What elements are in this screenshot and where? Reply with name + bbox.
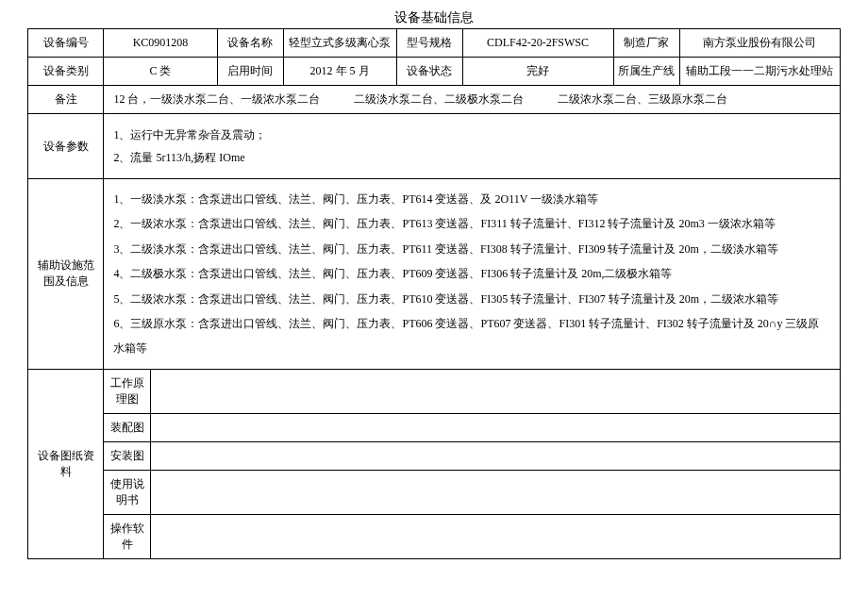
lbl-params: 设备参数 bbox=[28, 114, 104, 179]
drawing-blank-3 bbox=[151, 441, 840, 470]
val-cat: C 类 bbox=[104, 58, 217, 86]
lbl-remark: 备注 bbox=[28, 86, 104, 114]
val-date: 2012 年 5 月 bbox=[283, 58, 396, 86]
drawing-item-4: 使用说明书 bbox=[104, 470, 151, 514]
lbl-line: 所属生产线 bbox=[613, 58, 679, 86]
drawing-blank-1 bbox=[151, 369, 840, 413]
lbl-equip-no: 设备编号 bbox=[28, 29, 104, 58]
lbl-date: 启用时间 bbox=[217, 58, 283, 86]
val-equip-no: KC0901208 bbox=[104, 29, 217, 58]
drawing-blank-2 bbox=[151, 413, 840, 441]
param-1: 1、运行中无异常杂音及震动； bbox=[113, 124, 829, 146]
drawing-item-3: 安装图 bbox=[104, 441, 151, 470]
lbl-facilities: 辅助设施范围及信息 bbox=[28, 179, 104, 370]
facility-line-5: 5、二级浓水泵：含泵进出口管线、法兰、阀门、压力表、PT610 变送器、FI30… bbox=[113, 287, 829, 311]
val-remark: 12 台，一级淡水泵二台、一级浓水泵二台 二级淡水泵二台、二级极水泵二台 二级浓… bbox=[104, 86, 840, 114]
facility-line-1: 1、一级淡水泵：含泵进出口管线、法兰、阀门、压力表、PT614 变送器、及 2O… bbox=[113, 187, 829, 211]
lbl-equip-name: 设备名称 bbox=[217, 29, 283, 58]
lbl-mfr: 制造厂家 bbox=[613, 29, 679, 58]
facility-line-2: 2、一级浓水泵：含泵进出口管线、法兰、阀门、压力表、PT613 变送器、FI31… bbox=[113, 211, 829, 236]
val-line: 辅助工段一一二期污水处理站 bbox=[679, 58, 840, 86]
val-facilities: 1、一级淡水泵：含泵进出口管线、法兰、阀门、压力表、PT614 变送器、及 2O… bbox=[104, 179, 840, 370]
page-title: 设备基础信息 bbox=[9, 9, 859, 26]
facility-line-6: 6、三级原水泵：含泵进出口管线、法兰、阀门、压力表、PT606 变送器、PT60… bbox=[113, 311, 829, 361]
lbl-model: 型号规格 bbox=[396, 29, 462, 58]
val-params: 1、运行中无异常杂音及震动； 2、流量 5r113/h,扬程 IOme bbox=[104, 114, 840, 179]
param-2: 2、流量 5r113/h,扬程 IOme bbox=[113, 146, 829, 169]
drawing-item-2: 装配图 bbox=[104, 413, 151, 441]
val-status: 完好 bbox=[462, 58, 613, 86]
val-equip-name: 轻型立式多级离心泵 bbox=[283, 29, 396, 58]
drawing-item-1: 工作原理图 bbox=[104, 369, 151, 413]
val-model: CDLF42-20-2FSWSC bbox=[462, 29, 613, 58]
lbl-status: 设备状态 bbox=[396, 58, 462, 86]
val-mfr: 南方泵业股份有限公司 bbox=[679, 29, 840, 58]
info-table: 设备编号 KC0901208 设备名称 轻型立式多级离心泵 型号规格 CDLF4… bbox=[27, 28, 840, 559]
lbl-cat: 设备类别 bbox=[28, 58, 104, 86]
drawing-blank-5 bbox=[151, 514, 840, 558]
lbl-drawings: 设备图纸资料 bbox=[28, 369, 104, 558]
drawing-item-5: 操作软件 bbox=[104, 514, 151, 558]
facility-line-4: 4、二级极水泵：含泵进出口管线、法兰、阀门、压力表、PT609 变送器、FI30… bbox=[113, 261, 829, 286]
drawing-blank-4 bbox=[151, 470, 840, 514]
facility-line-3: 3、二级淡水泵：含泵进出口管线、法兰、阀门、压力表、PT611 变送器、FI30… bbox=[113, 237, 829, 261]
